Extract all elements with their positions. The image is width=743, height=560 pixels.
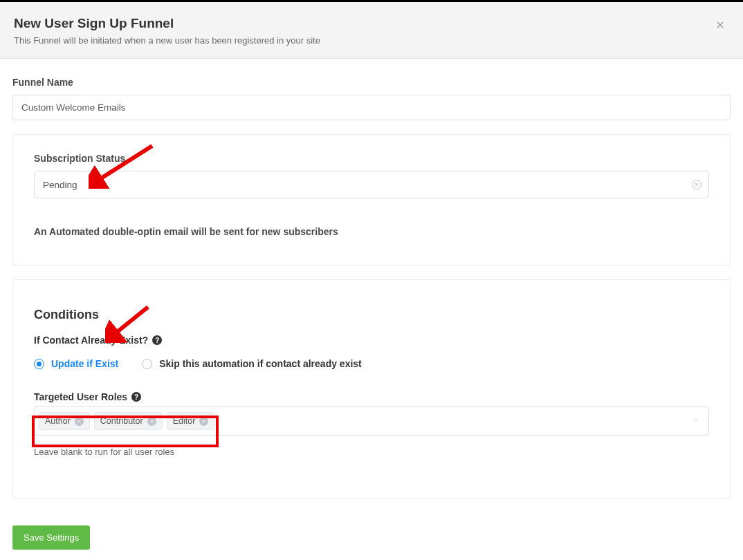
modal-subtitle: This Funnel will be initiated when a new… <box>14 35 726 46</box>
conditions-title: Conditions <box>34 308 709 322</box>
radio-skip-automation[interactable]: Skip this automation if contact already … <box>142 358 362 369</box>
close-icon[interactable] <box>715 20 728 32</box>
subscription-status-value: Pending <box>43 180 77 190</box>
roles-help-text: Leave blank to run for all user roles <box>34 447 709 457</box>
funnel-name-label: Funnel Name <box>12 77 731 88</box>
radio-unchecked-icon <box>142 359 152 369</box>
save-settings-button[interactable]: Save Settings <box>12 525 90 550</box>
radio-checked-icon <box>34 359 44 369</box>
role-tag: Editor <box>167 412 215 430</box>
targeted-roles-label: Targeted User Roles ? <box>34 391 709 402</box>
remove-tag-icon[interactable] <box>199 417 208 426</box>
radio-update-if-exist[interactable]: Update if Exist <box>34 358 118 369</box>
subscription-hint: An Automated double-optin email will be … <box>34 226 709 237</box>
footer: Save Settings <box>0 516 743 560</box>
info-icon[interactable]: ? <box>131 392 141 402</box>
funnel-name-input[interactable] <box>12 95 731 120</box>
radio-group: Update if Exist Skip this automation if … <box>34 358 709 369</box>
subscription-status-select[interactable]: Pending <box>34 171 709 198</box>
clear-icon[interactable] <box>692 180 701 189</box>
contact-exist-label: If Contact Already Exist? ? <box>34 335 709 346</box>
remove-tag-icon[interactable] <box>147 417 156 426</box>
info-icon[interactable]: ? <box>152 335 162 345</box>
subscription-panel: Subscription Status Pending An Automated… <box>12 134 731 265</box>
modal-title: New User Sign Up Funnel <box>14 16 726 31</box>
chevron-down-icon <box>692 415 700 427</box>
remove-tag-icon[interactable] <box>75 417 84 426</box>
role-tag: Contributor <box>94 412 163 430</box>
conditions-panel: Conditions If Contact Already Exist? ? U… <box>12 279 731 499</box>
targeted-roles-select[interactable]: Author Contributor Editor <box>34 407 709 436</box>
subscription-status-label: Subscription Status <box>34 153 709 164</box>
modal-header: New User Sign Up Funnel This Funnel will… <box>0 2 743 59</box>
role-tag: Author <box>39 412 90 430</box>
